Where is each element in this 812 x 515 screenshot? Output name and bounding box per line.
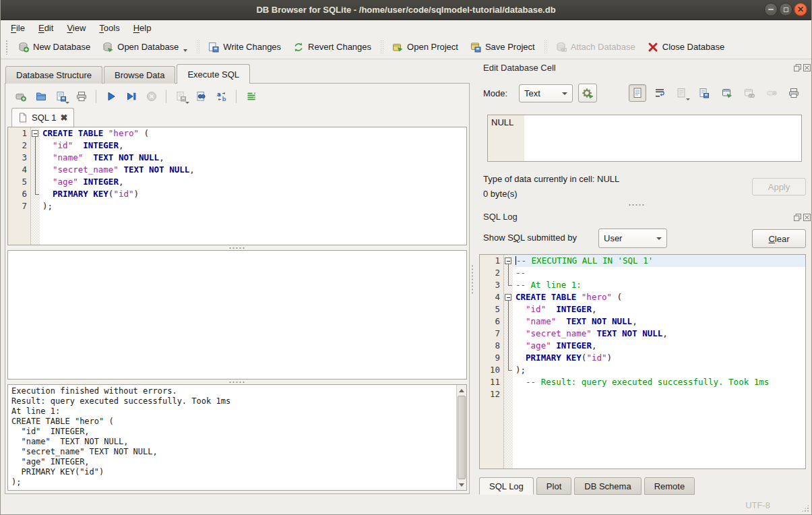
- line-number: 5: [480, 303, 500, 315]
- mode-select[interactable]: Text: [519, 84, 573, 102]
- line-number: 5: [8, 176, 27, 188]
- find-replace-button[interactable]: ab: [212, 88, 230, 105]
- window-link-icon: [744, 88, 755, 98]
- menu-help[interactable]: Help: [127, 22, 158, 34]
- fold-line: [508, 303, 509, 315]
- format-sql-button[interactable]: [242, 88, 260, 105]
- sql-log-filter-select[interactable]: User: [598, 229, 667, 248]
- cell-editor[interactable]: NULL: [487, 115, 802, 162]
- open-database-label: Open Database: [117, 42, 179, 53]
- fold-marker[interactable]: [505, 294, 511, 301]
- execute-all-button[interactable]: [102, 88, 120, 105]
- find-button[interactable]: [192, 88, 210, 105]
- tab-database-structure[interactable]: Database Structure: [5, 66, 102, 84]
- revert-changes-button[interactable]: Revert Changes: [287, 38, 377, 56]
- fold-line: [508, 267, 509, 279]
- close-panel-icon[interactable]: [803, 64, 811, 71]
- dock-tab-sql-log[interactable]: SQL Log: [479, 477, 534, 495]
- print-cell-button[interactable]: [785, 84, 803, 102]
- dock-splitter[interactable]: [628, 204, 646, 206]
- sql-log-pane[interactable]: 123456789101112-- EXECUTING ALL IN 'SQL …: [479, 254, 806, 469]
- save-sql-file-button[interactable]: [52, 88, 70, 105]
- fold-cell: [504, 267, 513, 279]
- execution-message-pane[interactable]: Execution finished without errors.Result…: [7, 384, 467, 491]
- results-grid[interactable]: [7, 250, 467, 380]
- export-data-button[interactable]: [695, 84, 713, 102]
- text-view-button[interactable]: [629, 84, 646, 102]
- message-line: CREATE TABLE "hero" (: [11, 417, 453, 427]
- execute-current-line-button[interactable]: [122, 88, 140, 105]
- close-button[interactable]: ✕: [794, 3, 807, 16]
- minimize-button[interactable]: [764, 3, 778, 16]
- fold-cell: [504, 255, 513, 267]
- open-sql-file-button[interactable]: [32, 88, 50, 105]
- editor-results-splitter[interactable]: [7, 245, 467, 250]
- toolbar-separator: [380, 40, 383, 55]
- fold-cell: [504, 340, 513, 352]
- fold-cell: [31, 152, 40, 164]
- menu-tools[interactable]: Tools: [92, 22, 126, 34]
- open-external-button[interactable]: [718, 84, 736, 102]
- sql-file-icon: [18, 113, 28, 123]
- fold-marker[interactable]: [505, 258, 511, 264]
- fold-cell: [504, 303, 513, 315]
- tab-execute-sql[interactable]: Execute SQL: [177, 64, 250, 84]
- code-line: "secret_name" TEXT NOT NULL,: [516, 328, 805, 340]
- message-line: Execution finished without errors.: [11, 386, 453, 396]
- message-scrollbar[interactable]: [456, 385, 466, 490]
- word-wrap-button[interactable]: [651, 84, 668, 102]
- fold-marker[interactable]: [32, 130, 38, 137]
- dock-tab-plot[interactable]: Plot: [536, 477, 571, 495]
- attach-database-label: Attach Database: [571, 42, 635, 53]
- close-database-button[interactable]: Close Database: [642, 38, 731, 56]
- menu-edit[interactable]: Edit: [32, 22, 60, 34]
- sql-doc-tab[interactable]: SQL 1 ✖: [11, 108, 74, 127]
- new-sql-tab-button[interactable]: [11, 88, 30, 105]
- message-line: "name" TEXT NOT NULL,: [11, 437, 453, 447]
- results-messages-splitter[interactable]: [7, 380, 467, 384]
- message-line: PRIMARY KEY("id"): [11, 467, 453, 477]
- write-changes-button[interactable]: Write Changes: [202, 38, 287, 56]
- dock-tab-db-schema[interactable]: DB Schema: [574, 477, 641, 495]
- scrollbar-thumb[interactable]: [458, 396, 466, 479]
- print-sql-button[interactable]: [72, 88, 90, 105]
- clear-log-button[interactable]: Clear: [752, 229, 806, 248]
- scroll-down-icon[interactable]: [457, 480, 466, 489]
- close-tab-icon[interactable]: ✖: [60, 113, 67, 123]
- panel-splitter[interactable]: [471, 264, 474, 295]
- open-database-button[interactable]: Open Database: [96, 38, 193, 56]
- maximize-button[interactable]: [779, 3, 792, 16]
- code-line: "name" TEXT NOT NULL,: [42, 152, 466, 164]
- open-project-button[interactable]: Open Project: [386, 38, 464, 56]
- save-project-button[interactable]: Save Project: [464, 38, 541, 56]
- menu-file[interactable]: File: [4, 22, 32, 34]
- float-panel-icon[interactable]: [794, 214, 801, 221]
- revert-changes-label: Revert Changes: [308, 42, 371, 53]
- window-arrow-icon: [722, 88, 732, 98]
- close-panel-icon[interactable]: [803, 214, 811, 221]
- fold-cell: [504, 315, 513, 328]
- fold-margin: [504, 255, 513, 468]
- sql-editor[interactable]: 1234567CREATE TABLE "hero" ( "id" INTEGE…: [7, 127, 467, 245]
- sql-editor-toolbar: ab: [7, 86, 467, 107]
- fold-line: [508, 364, 509, 370]
- menu-view[interactable]: View: [60, 22, 92, 34]
- tab-new-icon: [15, 91, 26, 102]
- fold-cell: [504, 279, 513, 291]
- new-database-button[interactable]: New Database: [12, 38, 96, 56]
- dock-tab-remote[interactable]: Remote: [644, 477, 695, 495]
- apply-settings-button[interactable]: [578, 84, 597, 102]
- tab-browse-data[interactable]: Browse Data: [104, 66, 175, 84]
- scroll-up-icon[interactable]: [457, 386, 466, 395]
- message-line: Result: query executed successfully. Too…: [11, 396, 453, 406]
- resize-grip[interactable]: [801, 504, 809, 512]
- code-line: CREATE TABLE "hero" (: [42, 127, 466, 140]
- float-panel-icon[interactable]: [794, 64, 801, 71]
- format-lines-icon: [246, 91, 257, 102]
- line-number: 12: [480, 388, 500, 400]
- null-toggle-icon: [766, 88, 777, 98]
- code-line: "secret_name" TEXT NOT NULL,: [42, 164, 466, 176]
- message-line: "age" INTEGER,: [11, 457, 453, 467]
- edit-cell-dock-buttons: [794, 64, 811, 71]
- toolbar-separator: [544, 40, 547, 55]
